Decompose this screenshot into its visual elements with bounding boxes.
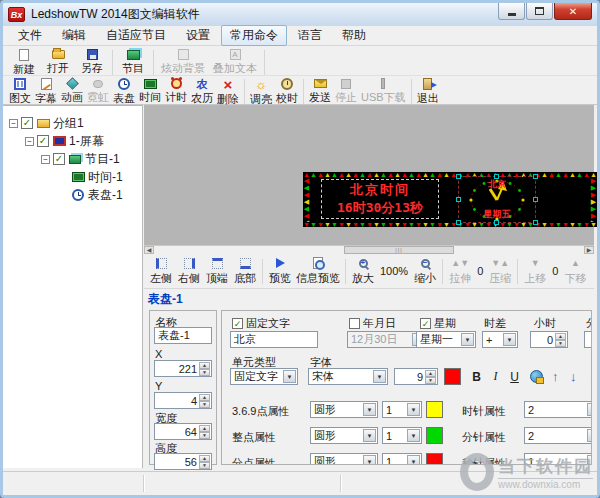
resize-handle[interactable] xyxy=(533,197,538,202)
scroll-left-icon[interactable]: ◀ xyxy=(144,246,154,254)
collapse-icon[interactable]: − xyxy=(41,155,50,164)
save-as-button[interactable]: 另存 xyxy=(75,49,109,76)
resize-handle[interactable] xyxy=(456,174,461,179)
time-sync-button[interactable]: 校时 xyxy=(274,78,300,105)
minimize-button[interactable] xyxy=(498,3,525,20)
checkbox-checked-icon[interactable]: ✓ xyxy=(53,153,65,165)
width-spinner[interactable]: ▲▼ xyxy=(199,425,210,438)
fixed-text-input[interactable]: 北京 xyxy=(230,331,318,348)
tab-dial1[interactable]: 表盘-1 xyxy=(148,291,183,308)
graphic-text-button[interactable]: 图文 xyxy=(7,78,33,105)
open-button[interactable]: 打开 xyxy=(41,49,75,76)
minute-input[interactable]: 0 xyxy=(584,331,592,348)
tree-item-screen1[interactable]: − ✓ 1-屏幕 xyxy=(3,132,142,150)
scroll-right-icon[interactable]: ▶ xyxy=(584,246,594,254)
send-button[interactable]: 发送 xyxy=(307,78,333,105)
minute-dot-size-dropdown[interactable]: 1 ▼ xyxy=(382,453,422,465)
zoom-in-button[interactable]: +放大 xyxy=(349,257,377,286)
align-top-button[interactable]: 顶端 xyxy=(203,257,231,286)
lunar-button[interactable]: 农农历 xyxy=(189,78,215,105)
collapse-icon[interactable]: − xyxy=(9,119,18,128)
second-hand-dropdown[interactable]: 1 ▼ xyxy=(524,453,592,465)
hour-input[interactable]: 0 ▲▼ xyxy=(530,331,568,348)
timer-button[interactable]: 计时 xyxy=(163,78,189,105)
hour-dot-shape-dropdown[interactable]: 圆形 ▼ xyxy=(310,427,378,444)
minute-hand-dropdown[interactable]: 2 ▼ xyxy=(524,427,592,444)
tree-item-dial1[interactable]: 表盘-1 xyxy=(3,186,142,204)
led-screen-preview[interactable]: ▲▲▲▲▲▲▲▲▲▲▲▲▲▲▲▲▲▲▲▲▲▲▲▲▲▲▲▲▲▲▲▲▲▲▲▲▲▲▲▲… xyxy=(303,172,597,227)
y-input[interactable]: 4 ▲▼ xyxy=(154,392,212,409)
font-color-swatch[interactable] xyxy=(444,368,461,385)
zoom-out-button[interactable]: −缩小 xyxy=(411,257,439,286)
delete-button[interactable]: ×删除 xyxy=(215,78,241,105)
arrow-up-icon[interactable]: ↑ xyxy=(552,368,559,385)
font-size-input[interactable]: 9 ▲▼ xyxy=(394,368,438,385)
minute-dot-color-swatch[interactable] xyxy=(426,453,443,465)
time-text-widget[interactable]: 北京时间 16时30分13秒 xyxy=(321,179,439,219)
font-dropdown[interactable]: 宋体 ▼ xyxy=(308,368,388,385)
time-button[interactable]: 时间 xyxy=(137,78,163,105)
brightness-button[interactable]: ☼调亮 xyxy=(248,78,274,105)
x-input[interactable]: 221 ▲▼ xyxy=(154,360,212,377)
resize-handle[interactable] xyxy=(494,174,499,179)
hour-spinner[interactable]: ▲▼ xyxy=(555,333,566,346)
height-spinner[interactable]: ▲▼ xyxy=(199,455,210,468)
tree-item-time1[interactable]: 时间-1 xyxy=(3,168,142,186)
menu-file[interactable]: 文件 xyxy=(9,25,51,46)
tree-item-program1[interactable]: − ✓ 节目-1 xyxy=(3,150,142,168)
arrow-left-icon[interactable]: ← xyxy=(588,368,592,385)
height-input[interactable]: 56 ▲▼ xyxy=(154,453,212,470)
animation-button[interactable]: 动画 xyxy=(59,78,85,105)
unit-type-dropdown[interactable]: 固定文字 ▼ xyxy=(230,368,298,385)
info-preview-button[interactable]: 信息预览 xyxy=(294,257,342,286)
dot369-shape-dropdown[interactable]: 圆形 ▼ xyxy=(310,401,378,418)
hour-dot-size-dropdown[interactable]: 1 ▼ xyxy=(382,427,422,444)
dot369-size-dropdown[interactable]: 1 ▼ xyxy=(382,401,422,418)
resize-handle[interactable] xyxy=(494,220,499,225)
underline-button[interactable]: U xyxy=(506,368,523,385)
resize-handle[interactable] xyxy=(456,220,461,225)
align-bottom-button[interactable]: 底部 xyxy=(231,257,259,286)
dial-clock-widget[interactable]: 北京 星期五 xyxy=(458,176,536,223)
align-right-button[interactable]: 右侧 xyxy=(175,257,203,286)
preview-horizontal-scrollbar[interactable]: ◀ ||| ▶ xyxy=(144,245,594,254)
resize-handle[interactable] xyxy=(533,220,538,225)
italic-button[interactable]: I xyxy=(487,368,504,385)
hour-dot-color-swatch[interactable] xyxy=(426,427,443,444)
name-input[interactable]: 表盘-1 xyxy=(154,327,212,344)
menu-language[interactable]: 语言 xyxy=(289,25,331,46)
dial-button[interactable]: 表盘 xyxy=(111,78,137,105)
program-button[interactable]: 节目 xyxy=(116,49,150,76)
menu-adaptive-program[interactable]: 自适应节目 xyxy=(97,25,175,46)
globe-lock-icon[interactable] xyxy=(530,370,543,383)
resize-handle[interactable] xyxy=(456,197,461,202)
maximize-button[interactable] xyxy=(526,3,553,20)
resize-handle[interactable] xyxy=(533,174,538,179)
close-button[interactable]: ✕ xyxy=(554,3,592,20)
bold-button[interactable]: B xyxy=(468,368,485,385)
menu-help[interactable]: 帮助 xyxy=(333,25,375,46)
collapse-icon[interactable]: − xyxy=(25,137,34,146)
scrollbar-thumb[interactable]: ||| xyxy=(344,246,454,254)
fixed-text-checkbox[interactable]: ✓ 固定文字 xyxy=(232,316,290,331)
new-button[interactable]: 新建 xyxy=(7,49,41,76)
week-dropdown[interactable]: 星期一 ▼ xyxy=(416,331,476,348)
width-input[interactable]: 64 ▲▼ xyxy=(154,423,212,440)
font-size-spinner[interactable]: ▲▼ xyxy=(425,370,436,383)
menu-edit[interactable]: 编辑 xyxy=(53,25,95,46)
align-left-button[interactable]: 左侧 xyxy=(147,257,175,286)
minute-dot-shape-dropdown[interactable]: 圆形 ▼ xyxy=(310,453,378,465)
menu-common-commands[interactable]: 常用命令 xyxy=(221,25,287,46)
tree-item-group1[interactable]: − ✓ 分组1 xyxy=(3,114,142,132)
checkbox-checked-icon[interactable]: ✓ xyxy=(21,117,33,129)
time-diff-dropdown[interactable]: + ▼ xyxy=(482,331,518,348)
subtitle-button[interactable]: 字幕 xyxy=(33,78,59,105)
exit-button[interactable]: 退出 xyxy=(415,78,441,105)
preview-button[interactable]: 预览 xyxy=(266,257,294,286)
arrow-down-icon[interactable]: ↓ xyxy=(570,368,577,385)
dot369-color-swatch[interactable] xyxy=(426,401,443,418)
menu-settings[interactable]: 设置 xyxy=(177,25,219,46)
hour-hand-dropdown[interactable]: 2 ▼ xyxy=(524,401,592,418)
x-spinner[interactable]: ▲▼ xyxy=(199,362,210,375)
checkbox-checked-icon[interactable]: ✓ xyxy=(37,135,49,147)
